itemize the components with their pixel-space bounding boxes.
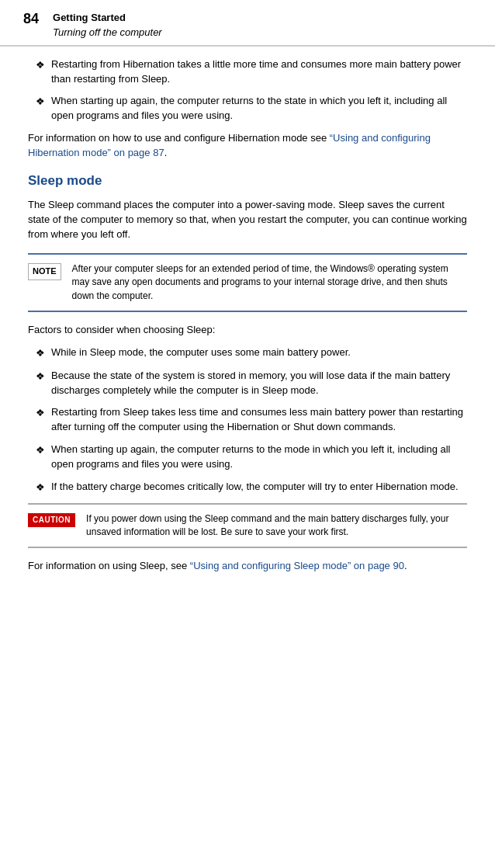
list-item: ❖ Because the state of the system is sto…	[28, 369, 467, 398]
bullet-diamond: ❖	[36, 346, 45, 361]
header-title: Turning off the computer	[53, 26, 162, 40]
sleep-mode-heading: Sleep mode	[28, 172, 467, 191]
header-text: Getting Started Turning off the computer	[53, 11, 162, 40]
factors-para: Factors to consider when choosing Sleep:	[28, 323, 467, 338]
bullet-diamond: ❖	[36, 58, 45, 73]
bullet-diamond: ❖	[36, 406, 45, 421]
sleep-info-para: For information on using Sleep, see “Usi…	[28, 559, 467, 574]
sleep-link[interactable]: “Using and configuring Sleep mode” on pa…	[190, 560, 404, 571]
bullet-text: When starting up again, the computer ret…	[51, 94, 467, 123]
sleep-info-text: For information on using Sleep, see	[28, 560, 190, 571]
hibernate-info-text: For information on how to use and config…	[28, 132, 330, 144]
caution-box: CAUTION If you power down using the Slee…	[28, 503, 467, 549]
list-item: ❖ Restarting from Sleep takes less time …	[28, 405, 467, 435]
note-box: NOTE After your computer sleeps for an e…	[28, 253, 467, 312]
hibernate-info-after: .	[164, 147, 168, 158]
list-item: ❖ If the battery charge becomes critical…	[28, 480, 467, 495]
bullet-text: Restarting from Sleep takes less time an…	[51, 405, 467, 435]
bullet-text: If the battery charge becomes critically…	[51, 480, 467, 495]
page-container: 84 Getting Started Turning off the compu…	[0, 0, 495, 600]
note-text: After your computer sleeps for an extend…	[72, 262, 467, 303]
bullet-text: Restarting from Hibernation takes a litt…	[51, 57, 467, 87]
bullet-diamond: ❖	[36, 370, 45, 384]
list-item: ❖ When starting up again, the computer r…	[28, 94, 467, 123]
page-number: 84	[23, 11, 39, 28]
bullet-diamond: ❖	[36, 443, 45, 458]
sleep-mode-body: The Sleep command places the computer in…	[28, 198, 467, 242]
header-section: Getting Started	[53, 11, 162, 26]
sleep-info-after: .	[404, 560, 407, 571]
hibernate-info-para: For information on how to use and config…	[28, 131, 467, 161]
bullet-diamond: ❖	[36, 95, 45, 109]
caution-text: If you power down using the Sleep comman…	[86, 512, 467, 540]
page-header: 84 Getting Started Turning off the compu…	[0, 0, 495, 47]
content: ❖ Restarting from Hibernation takes a li…	[0, 57, 495, 601]
caution-label: CAUTION	[28, 513, 75, 528]
note-label: NOTE	[28, 263, 61, 280]
bullet-diamond: ❖	[36, 481, 45, 495]
list-item: ❖ When starting up again, the computer r…	[28, 443, 467, 472]
bullet-text: When starting up again, the computer ret…	[51, 443, 467, 472]
list-item: ❖ While in Sleep mode, the computer uses…	[28, 345, 467, 361]
list-item: ❖ Restarting from Hibernation takes a li…	[28, 57, 467, 87]
bullet-text: While in Sleep mode, the computer uses s…	[51, 345, 467, 360]
bullet-text: Because the state of the system is store…	[51, 369, 467, 398]
